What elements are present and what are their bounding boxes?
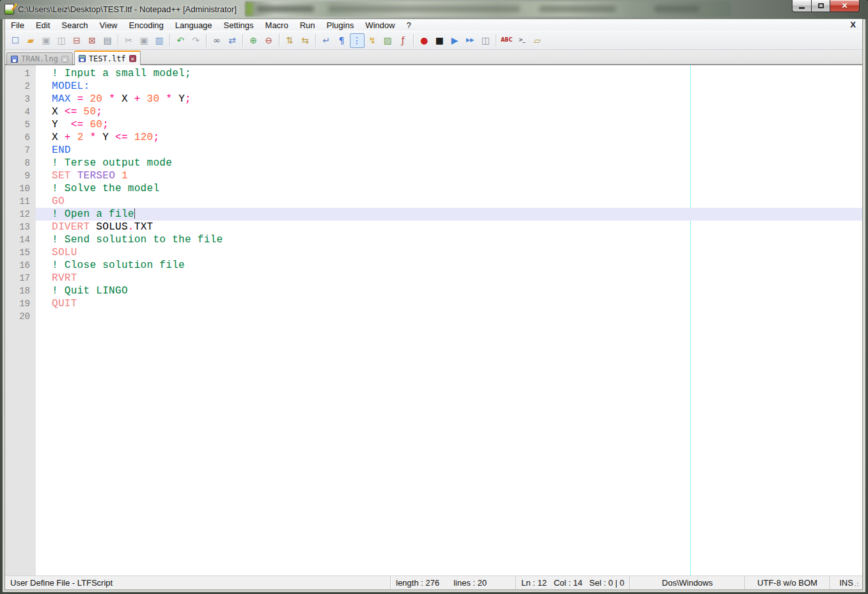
menu-item-view[interactable]: View: [94, 20, 123, 31]
spell-check-button[interactable]: ABC: [500, 33, 514, 48]
menu-item-language[interactable]: Language: [170, 20, 218, 31]
zoom-in-button[interactable]: ⊕: [246, 33, 261, 48]
line-number[interactable]: 6: [5, 131, 36, 144]
code-line[interactable]: 11GO: [5, 195, 862, 208]
line-number[interactable]: 15: [5, 246, 36, 259]
redo-button[interactable]: ↷: [189, 33, 203, 48]
code-line[interactable]: 14! Send solution to the file: [5, 233, 862, 246]
show-indent-guide-button[interactable]: ⋮: [350, 33, 365, 48]
menu-item-run[interactable]: Run: [294, 20, 321, 31]
title-bar[interactable]: C:\Users\Leiz\Desktop\TEST.ltf - Notepad…: [0, 0, 868, 19]
editor[interactable]: 1! Input a small model;2MODEL:3MAX = 20 …: [5, 65, 862, 575]
paste-button[interactable]: ▥: [152, 33, 167, 48]
code-line[interactable]: 10! Solve the model: [5, 182, 862, 195]
show-all-characters-button[interactable]: ¶: [335, 33, 349, 48]
restore-button[interactable]: [812, 0, 830, 12]
line-number[interactable]: 11: [5, 195, 36, 208]
menu-item-plugins[interactable]: Plugins: [321, 20, 360, 31]
line-number[interactable]: 8: [5, 157, 36, 169]
menu-item-edit[interactable]: Edit: [30, 20, 56, 31]
line-number[interactable]: 2: [5, 80, 36, 93]
word-wrap-button[interactable]: ↵: [319, 33, 334, 48]
code-line[interactable]: 19QUIT: [5, 297, 862, 310]
code-token: [90, 221, 96, 233]
line-number[interactable]: 5: [5, 118, 36, 131]
line-number[interactable]: 12: [5, 208, 36, 221]
macro-stop-button[interactable]: ■: [432, 33, 447, 48]
menu-item-macro[interactable]: Macro: [260, 20, 294, 31]
tab-test-ltf[interactable]: TEST.ltf✕: [74, 51, 141, 65]
tab-close-icon[interactable]: ✕: [129, 55, 136, 62]
line-number[interactable]: 9: [5, 169, 36, 182]
line-number[interactable]: 4: [5, 106, 36, 118]
menu-item-search[interactable]: Search: [56, 20, 93, 31]
line-number[interactable]: 14: [5, 233, 36, 246]
console-button[interactable]: >_: [515, 33, 530, 48]
user-define-dialog-button[interactable]: ↯: [365, 33, 380, 48]
document-map-button[interactable]: ▨: [381, 33, 395, 48]
macro-stop-icon: ■: [435, 36, 443, 45]
find-button[interactable]: ∞: [210, 33, 225, 48]
cut-button[interactable]: ✂: [122, 33, 136, 48]
save-file-button[interactable]: ▣: [39, 33, 54, 48]
menu-item-encoding[interactable]: Encoding: [123, 20, 170, 31]
line-number[interactable]: 17: [5, 272, 36, 285]
new-file-button[interactable]: ☐: [8, 33, 23, 48]
code-line[interactable]: 3MAX = 20 * X + 30 * Y;: [5, 93, 862, 106]
code-line[interactable]: 7END: [5, 144, 862, 157]
close-file-button[interactable]: ⊟: [70, 33, 84, 48]
menu-item-file[interactable]: File: [5, 20, 30, 31]
print-button[interactable]: ▤: [100, 33, 115, 48]
resize-grip[interactable]: [853, 580, 861, 588]
tab-close-icon[interactable]: ✕: [61, 56, 68, 63]
copy-button[interactable]: ▣: [137, 33, 152, 48]
line-number[interactable]: 18: [5, 285, 36, 297]
macro-record-button[interactable]: ●: [417, 33, 432, 48]
code-line[interactable]: 5Y <= 60;: [5, 118, 862, 131]
line-number[interactable]: 19: [5, 297, 36, 310]
menu-item-settings[interactable]: Settings: [218, 20, 260, 31]
sync-horizontal-scroll-button[interactable]: ⇆: [298, 33, 313, 48]
code-line[interactable]: 4X <= 50;: [5, 106, 862, 118]
code-line[interactable]: 1! Input a small model;: [5, 67, 862, 80]
code-line[interactable]: 16! Close solution file: [5, 259, 862, 272]
save-all-button[interactable]: ◫: [54, 33, 69, 48]
line-number[interactable]: 16: [5, 259, 36, 272]
line-number[interactable]: 7: [5, 144, 36, 157]
explorer-links-button[interactable]: ▱: [530, 33, 545, 48]
open-file-button[interactable]: ▰: [24, 33, 38, 48]
code-line[interactable]: 15SOLU: [5, 246, 862, 259]
close-all-button[interactable]: ⊠: [85, 33, 100, 48]
code-line[interactable]: 20: [5, 310, 862, 323]
minimize-button[interactable]: [792, 0, 812, 12]
document-close-x[interactable]: X: [850, 20, 856, 29]
line-number[interactable]: 10: [5, 182, 36, 195]
code-line[interactable]: 17RVRT: [5, 272, 862, 285]
sync-vertical-scroll-icon: ⇅: [286, 36, 294, 45]
close-button[interactable]: ✕: [830, 0, 860, 12]
code-line[interactable]: 18! Quit LINGO: [5, 285, 862, 297]
code-line[interactable]: 9SET TERSEO 1: [5, 169, 862, 182]
line-number[interactable]: 13: [5, 221, 36, 233]
macro-play-button[interactable]: ▶: [448, 33, 462, 48]
function-list-button[interactable]: ƒ: [396, 33, 411, 48]
code-line[interactable]: 8! Terse output mode: [5, 157, 862, 169]
code-line[interactable]: 2MODEL:: [5, 80, 862, 93]
code-token: .: [128, 221, 134, 233]
undo-button[interactable]: ↶: [173, 33, 188, 48]
sync-vertical-scroll-button[interactable]: ⇅: [283, 33, 297, 48]
code-line[interactable]: 6X + 2 * Y <= 120;: [5, 131, 862, 144]
tab-tran-lng[interactable]: TRAN.lng✕: [6, 52, 73, 65]
cut-icon: ✂: [125, 36, 132, 45]
code-line[interactable]: 13DIVERT SOLUS.TXT: [5, 221, 862, 233]
macro-run-multiple-button[interactable]: ▶▶: [463, 33, 478, 48]
menu-item-help[interactable]: ?: [400, 20, 416, 31]
replace-button[interactable]: ⇄: [225, 33, 240, 48]
line-number[interactable]: 1: [5, 67, 36, 80]
code-line[interactable]: 12! Open a file: [5, 208, 862, 221]
line-number[interactable]: 20: [5, 310, 36, 323]
menu-item-window[interactable]: Window: [359, 20, 400, 31]
macro-save-button[interactable]: ◫: [478, 33, 493, 48]
zoom-out-button[interactable]: ⊖: [262, 33, 276, 48]
line-number[interactable]: 3: [5, 93, 36, 106]
